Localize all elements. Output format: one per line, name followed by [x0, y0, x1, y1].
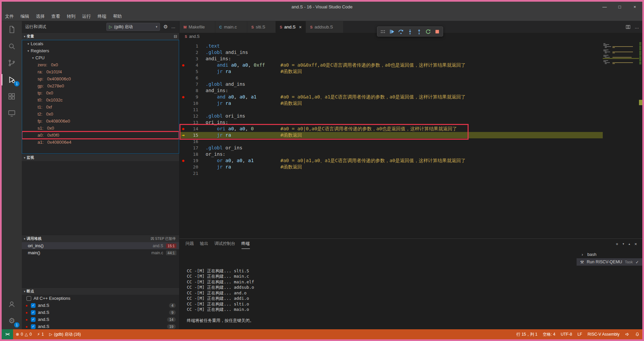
gutter-glyph-margin[interactable] [179, 43, 187, 49]
sidebar-item-explorer[interactable] [2, 21, 22, 38]
register-row[interactable]: a0:0xf0f0 [22, 132, 179, 139]
feedback-button[interactable] [622, 329, 632, 339]
register-row[interactable]: t2:0x0 [22, 111, 179, 118]
code-line[interactable]: 10 jr ra#函数返回 [179, 100, 642, 107]
terminal-list-item[interactable]: ⚒ Run RISCV-QEMU Task ✓ [577, 258, 642, 266]
language-mode[interactable]: RISC-V Assembly [585, 329, 622, 339]
toolbar-drag-handle[interactable] [379, 27, 387, 36]
gutter-glyph-margin[interactable] [179, 119, 187, 126]
close-button[interactable]: × [627, 2, 642, 12]
register-row[interactable]: fp:0x408006e0 [22, 118, 179, 125]
call-stack-section-header[interactable]: ▾ 调用堆栈 因 STEP 已暂停 [22, 235, 179, 242]
debug-settings-gear-icon[interactable]: ⚙ [163, 24, 168, 30]
code-line[interactable]: →15 jr ra#函数返回 [179, 132, 642, 138]
collapse-all-icon[interactable]: ⊟ [174, 34, 177, 39]
register-row[interactable]: a1:0x408006e4 [22, 139, 179, 146]
gutter-glyph-margin[interactable] [179, 49, 187, 56]
code-line[interactable]: 20 jr ra#函数返回 [179, 164, 642, 170]
gutter-glyph-margin[interactable] [179, 87, 187, 94]
menu-item[interactable]: 转到 [63, 12, 79, 21]
code-line[interactable]: 21 [179, 170, 642, 177]
breakpoint-dot[interactable]: ● [179, 62, 187, 68]
breakpoint-row[interactable]: ● ✓ and.S 19 [22, 323, 179, 329]
menu-item[interactable]: 选择 [33, 12, 48, 21]
code-line[interactable]: ●4 andi a0, a0, 0xff#a0 = a0&0xff,a0是C语言… [179, 62, 642, 68]
indent-setting[interactable]: 空格: 4 [540, 329, 558, 339]
more-actions-icon[interactable]: … [171, 24, 176, 29]
gutter-glyph-margin[interactable] [179, 145, 187, 151]
breakpoint-dot[interactable]: ● [179, 126, 187, 132]
code-line[interactable]: 6 [179, 75, 642, 81]
breakpoints-section-header[interactable]: ▾ 断点 [22, 287, 179, 295]
ports-status[interactable]: ⚡ 1 [35, 329, 47, 339]
code-line[interactable]: 1.text [179, 43, 642, 49]
menu-item[interactable]: 编辑 [17, 12, 33, 21]
panel-tab[interactable]: 调试控制台 [214, 239, 235, 249]
menu-item[interactable]: 运行 [79, 12, 94, 21]
new-terminal-icon[interactable]: + [616, 242, 619, 247]
gutter-glyph-margin[interactable] [179, 81, 187, 87]
remote-indicator[interactable]: >< [2, 329, 13, 339]
stack-frame-row[interactable]: ori_ins() and.S 15:1 [22, 242, 179, 249]
step-out-button[interactable] [415, 27, 423, 36]
launch-config-dropdown[interactable]: ▷ (gdb) 启动 ▾ [106, 23, 160, 31]
code-line[interactable]: ●19 or a0, a0, a1#a0 = a0|a1,a0、a1是C语言调用… [179, 157, 642, 164]
checkbox-unchecked[interactable] [26, 296, 31, 301]
cursor-position[interactable]: 行 15，列 1 [514, 329, 540, 339]
editor-tab[interactable]: M Makefile × [179, 21, 215, 33]
sidebar-item-remote-explorer[interactable] [2, 105, 22, 122]
code-line[interactable]: 2.globl andi_ins [179, 49, 642, 56]
problems-status[interactable]: ⊗ 0 △ 0 [13, 329, 35, 339]
gutter-glyph-margin[interactable] [179, 113, 187, 119]
minimap[interactable] [603, 42, 639, 238]
tree-item-registers[interactable]: ▾ Registers [22, 47, 179, 54]
editor-tab[interactable]: S addsub.S × [306, 21, 343, 33]
checkbox-checked[interactable]: ✓ [31, 303, 36, 308]
close-icon[interactable]: × [299, 24, 302, 30]
stop-button[interactable] [433, 27, 441, 36]
minimize-button[interactable]: — [597, 2, 612, 12]
step-into-button[interactable] [406, 27, 414, 36]
split-editor-icon[interactable] [626, 24, 631, 29]
code-line[interactable]: 8and_ins: [179, 87, 642, 94]
editor-tab[interactable]: S slti.S × [247, 21, 276, 33]
code-line[interactable]: 3andi_ins: [179, 56, 642, 62]
code-line[interactable]: ●14 ori a0, a0, 0#a0 = a0|0,a0是C语言调用者传递的… [179, 126, 642, 132]
code-line[interactable]: ●9 and a0, a0, a1#a0 = a0&a1,a0、a1是C语言调用… [179, 94, 642, 100]
gutter-glyph-margin[interactable] [179, 56, 187, 62]
watch-section-header[interactable]: ▾ 监视 [22, 154, 179, 161]
panel-tab[interactable]: 问题 [185, 239, 194, 249]
sidebar-item-search[interactable] [2, 38, 22, 55]
register-row[interactable]: t0:0x1032c [22, 96, 179, 104]
code-line[interactable]: 12.globl ori_ins [179, 113, 642, 119]
gutter-glyph-margin[interactable] [179, 138, 187, 145]
gutter-glyph-margin[interactable] [179, 68, 187, 75]
register-row[interactable]: tp:0x0 [22, 89, 179, 96]
menu-item[interactable]: 文件 [2, 12, 17, 21]
menu-item[interactable]: 终端 [94, 12, 110, 21]
continue-button[interactable] [388, 27, 396, 36]
register-row[interactable]: sp:0x408006c0 [22, 75, 179, 82]
register-row[interactable]: zero:0x0 [22, 61, 179, 68]
editor-tab[interactable]: C main.c × [215, 21, 247, 33]
settings-button[interactable]: ⚙ 1 [2, 313, 22, 329]
eol-setting[interactable]: LF [575, 329, 585, 339]
notifications-button[interactable] [632, 329, 642, 339]
close-panel-icon[interactable]: × [634, 242, 637, 247]
breakpoint-row[interactable]: ● ✓ and.S 4 [22, 302, 179, 309]
code-line[interactable]: 11 [179, 107, 642, 113]
register-row[interactable]: t1:0xf [22, 104, 179, 111]
gutter-glyph-margin[interactable] [179, 100, 187, 107]
code-line[interactable]: 17.globl or_ins [179, 145, 642, 151]
checkbox-checked[interactable]: ✓ [31, 310, 36, 315]
checkbox-checked[interactable]: ✓ [31, 324, 36, 329]
more-actions-icon[interactable]: … [635, 24, 639, 29]
terminal-output[interactable]: CC -[M] 正在构建... slti.SCC -[M] 正在构建... ma… [179, 249, 577, 329]
menu-item[interactable]: 帮助 [110, 12, 125, 21]
gutter-glyph-margin[interactable] [179, 170, 187, 177]
register-row[interactable]: ra:0x101f4 [22, 68, 179, 75]
current-line-arrow[interactable]: → [179, 132, 187, 138]
encoding-setting[interactable]: UTF-8 [558, 329, 575, 339]
sidebar-item-debug[interactable]: 1 [2, 71, 22, 88]
sidebar-item-source-control[interactable] [2, 55, 22, 71]
